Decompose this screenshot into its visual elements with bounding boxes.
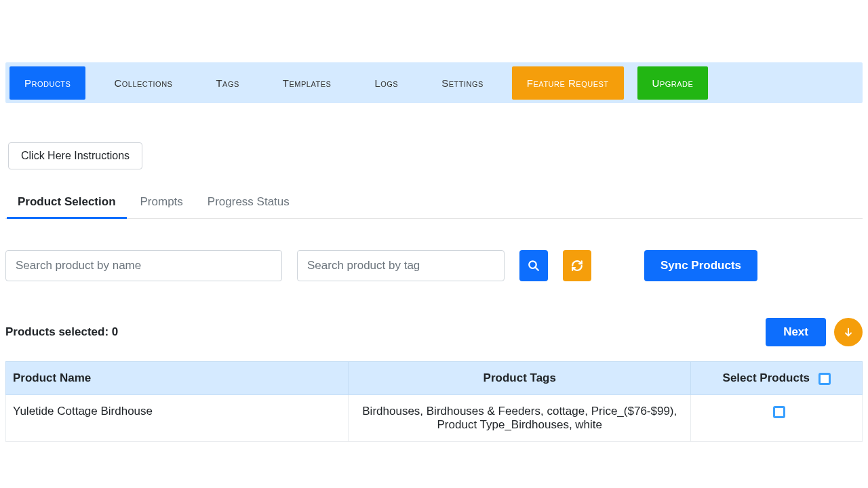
nav-settings[interactable]: Settings (427, 66, 498, 100)
refresh-icon (571, 260, 583, 272)
nav-collections[interactable]: Collections (99, 66, 187, 100)
cell-product-name: Yuletide Cottage Birdhouse (6, 395, 349, 442)
tab-progress-status[interactable]: Progress Status (205, 188, 292, 218)
nav-upgrade[interactable]: Upgrade (637, 66, 709, 100)
top-nav: Products Collections Tags Templates Logs… (5, 62, 863, 103)
search-icon (528, 260, 540, 272)
products-table: Product Name Product Tags Select Product… (5, 361, 863, 442)
th-product-name: Product Name (6, 362, 349, 395)
nav-templates[interactable]: Templates (268, 66, 347, 100)
next-button[interactable]: Next (766, 318, 826, 346)
search-tag-input[interactable] (297, 250, 505, 281)
row-checkbox[interactable] (773, 406, 785, 418)
cell-product-tags: Birdhouses, Birdhouses & Feeders, cottag… (349, 395, 691, 442)
sync-products-button[interactable]: Sync Products (644, 250, 757, 281)
th-product-tags: Product Tags (349, 362, 691, 395)
nav-feature-request[interactable]: Feature Request (512, 66, 624, 100)
instructions-button[interactable]: Click Here Instructions (8, 142, 142, 169)
search-name-input[interactable] (5, 250, 282, 281)
cell-select (691, 395, 863, 442)
search-button[interactable] (519, 250, 548, 281)
refresh-button[interactable] (563, 250, 591, 281)
subtabs: Product Selection Prompts Progress Statu… (5, 188, 863, 219)
products-selected-count: Products selected: 0 (5, 325, 118, 339)
th-select-products: Select Products (691, 362, 863, 395)
tab-product-selection[interactable]: Product Selection (15, 188, 119, 218)
nav-products[interactable]: Products (9, 66, 85, 100)
table-row: Yuletide Cottage Birdhouse Birdhouses, B… (6, 395, 863, 442)
nav-logs[interactable]: Logs (359, 66, 413, 100)
svg-line-1 (535, 267, 538, 270)
tab-prompts[interactable]: Prompts (138, 188, 186, 218)
scroll-down-button[interactable] (834, 318, 863, 346)
nav-tags[interactable]: Tags (201, 66, 254, 100)
arrow-down-icon (843, 327, 854, 338)
th-select-label: Select Products (723, 371, 810, 384)
select-all-checkbox[interactable] (818, 373, 831, 385)
